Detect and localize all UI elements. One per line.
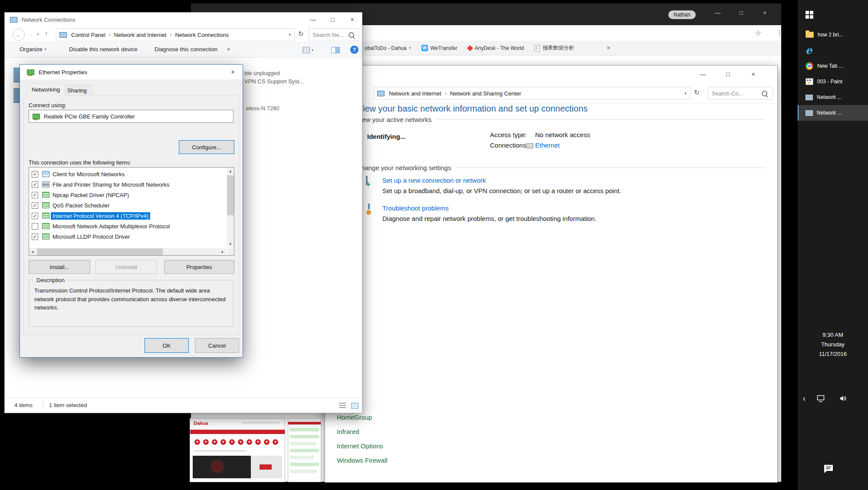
breadcrumb-segment[interactable]: Control Panel: [70, 32, 106, 38]
scroll-down-icon[interactable]: ▼: [227, 240, 234, 247]
nc-search-box[interactable]: Search Ne...: [309, 28, 359, 41]
taskbar-item-internet-explorer[interactable]: e: [798, 43, 868, 58]
show-hidden-icons-chevron[interactable]: ‹: [803, 394, 806, 403]
browser-close-button[interactable]: ×: [755, 6, 774, 19]
taskbar-item-paint[interactable]: 003 - Paint: [798, 74, 868, 89]
start-button[interactable]: [798, 7, 868, 23]
checkbox[interactable]: [32, 181, 38, 188]
icons-view-icon[interactable]: [351, 403, 358, 409]
breadcrumb-segment[interactable]: Network Connections: [174, 32, 230, 38]
sidebar-item-windows-firewall[interactable]: Windows Firewall: [337, 457, 388, 464]
clock-day[interactable]: Thursday: [798, 341, 868, 348]
list-item[interactable]: Microsoft Network Adapter Multiplexor Pr…: [29, 221, 170, 231]
list-item[interactable]: Client for Microsoft Networks: [29, 169, 125, 179]
browser-maximize-button[interactable]: □: [732, 6, 751, 19]
dialog-close-button[interactable]: ×: [223, 65, 243, 79]
display-tray-icon[interactable]: [817, 395, 825, 404]
scrollbar-thumb[interactable]: [227, 175, 234, 215]
setup-connection-link[interactable]: Set up a new connection or network: [382, 177, 486, 184]
bookmark-item[interactable]: 报表数据分析: [534, 44, 574, 52]
nc-close-button[interactable]: ×: [342, 13, 362, 26]
nc-maximize-button[interactable]: □: [323, 13, 342, 26]
back-button[interactable]: ←: [13, 29, 25, 41]
view-selector[interactable]: ▾: [302, 47, 313, 53]
details-view-icon[interactable]: [339, 403, 346, 408]
taskbar-item-folder[interactable]: how 2 bri...: [798, 27, 868, 43]
bookmarks-overflow-icon[interactable]: »: [607, 44, 610, 51]
refresh-icon[interactable]: ↻: [298, 30, 304, 38]
tab-networking[interactable]: Networking: [26, 83, 66, 96]
list-item[interactable]: Microsoft LLDP Protocol Driver: [29, 232, 130, 241]
taskbar-item-new-tab[interactable]: New Tab ...: [798, 58, 868, 74]
ethernet-link[interactable]: Ethernet: [535, 141, 560, 149]
checkbox[interactable]: [32, 171, 38, 178]
maximize-icon: □: [726, 71, 730, 78]
nsc-maximize-button[interactable]: □: [718, 67, 738, 81]
document-thumbnail[interactable]: [288, 418, 321, 482]
address-dropdown-icon[interactable]: ▾: [684, 91, 690, 95]
toolbar-overflow-icon[interactable]: »: [227, 46, 230, 52]
bookmark-item[interactable]: AnyDesk - The World: [468, 45, 524, 51]
scrollbar-thumb[interactable]: [37, 248, 163, 255]
refresh-icon[interactable]: ↻: [694, 89, 700, 96]
list-item[interactable]: Npcap Packet Driver (NPCAP): [29, 190, 129, 200]
sidebar-item-infrared[interactable]: Infrared: [337, 428, 359, 435]
tab-sharing[interactable]: Sharing: [62, 85, 92, 96]
breadcrumb-segment[interactable]: Network and Internet: [113, 32, 168, 38]
scroll-right-icon[interactable]: ►: [219, 248, 226, 255]
list-item[interactable]: File and Printer Sharing for Microsoft N…: [29, 180, 169, 189]
scroll-left-icon[interactable]: ◄: [29, 248, 36, 255]
clock-date[interactable]: 11/17/2016: [798, 351, 868, 357]
horizontal-scrollbar[interactable]: ◄ ►: [29, 248, 226, 255]
checkbox[interactable]: [32, 213, 38, 219]
nc-minimize-button[interactable]: —: [303, 13, 323, 26]
sidebar-item-internet-options[interactable]: Internet Options: [337, 442, 383, 450]
webpage-thumbnail[interactable]: Dahua ▼▼▼▼▼▼▼▼▼▼: [190, 418, 285, 482]
history-dropdown-icon[interactable]: ▾: [37, 32, 39, 36]
connection-items-list[interactable]: Client for Microsoft Networks File and P…: [29, 167, 234, 256]
clock-time[interactable]: 9:30 AM: [798, 332, 868, 338]
breadcrumb-segment[interactable]: Network and Internet: [388, 90, 442, 97]
list-item-selected[interactable]: Internet Protocol Version 4 (TCP/IPv4): [29, 211, 150, 220]
up-button[interactable]: ↑: [45, 30, 48, 37]
nsc-close-button[interactable]: ×: [743, 67, 763, 81]
troubleshoot-link[interactable]: Troubleshoot problems: [382, 204, 449, 212]
taskbar-item-network-active[interactable]: Network ...: [798, 105, 868, 121]
bookmark-item[interactable]: obalToDo - Dahua ▾: [365, 45, 411, 51]
diagnose-connection-button[interactable]: Diagnose this connection: [155, 46, 217, 53]
breadcrumb-segment[interactable]: Network and Sharing Center: [449, 90, 522, 97]
address-dropdown-icon[interactable]: ▾: [289, 33, 294, 37]
forward-button[interactable]: →: [27, 30, 33, 37]
checkbox[interactable]: [32, 223, 38, 230]
action-center-icon[interactable]: [823, 464, 834, 476]
bookmark-star-icon[interactable]: ☆: [755, 29, 761, 37]
disable-device-button[interactable]: Disable this network device: [69, 46, 138, 53]
configure-button[interactable]: Configure...: [179, 140, 234, 154]
nc-address-field[interactable]: Control Panel › Network and Internet › N…: [56, 28, 295, 41]
bookmark-item[interactable]: W WeTransfer: [421, 45, 457, 51]
organize-menu[interactable]: Organize ▾: [20, 46, 46, 53]
help-icon[interactable]: ?: [350, 46, 358, 54]
taskbar-item-network[interactable]: Network ...: [798, 89, 868, 105]
taskbar-item-label: New Tab ...: [817, 63, 843, 69]
profile-chip[interactable]: Nathan: [668, 10, 696, 19]
checkbox[interactable]: [32, 233, 38, 240]
nsc-search-box[interactable]: Search Co...: [708, 87, 773, 100]
checkbox[interactable]: [32, 192, 38, 198]
browser-menu-icon[interactable]: ⋮: [776, 29, 783, 37]
checkbox[interactable]: [32, 202, 38, 209]
ok-button[interactable]: OK: [145, 338, 189, 353]
install-button[interactable]: Install...: [29, 260, 90, 274]
cancel-button[interactable]: Cancel: [195, 338, 239, 353]
scroll-up-icon[interactable]: ▲: [227, 168, 234, 174]
properties-button[interactable]: Properties: [164, 260, 234, 274]
preview-pane-icon[interactable]: [331, 47, 340, 53]
volume-tray-icon[interactable]: [839, 395, 847, 404]
nsc-address-field[interactable]: Network and Internet › Network and Shari…: [374, 87, 690, 100]
taskbar: how 2 bri... e New Tab ... 003 - Paint N…: [798, 0, 868, 490]
nsc-minimize-button[interactable]: —: [693, 67, 713, 81]
vertical-scrollbar[interactable]: ▲ ▼: [227, 168, 234, 247]
list-item[interactable]: QoS Packet Scheduler: [29, 201, 110, 210]
sidebar-item-homegroup[interactable]: HomeGroup: [337, 414, 372, 421]
browser-minimize-button[interactable]: —: [708, 6, 727, 19]
